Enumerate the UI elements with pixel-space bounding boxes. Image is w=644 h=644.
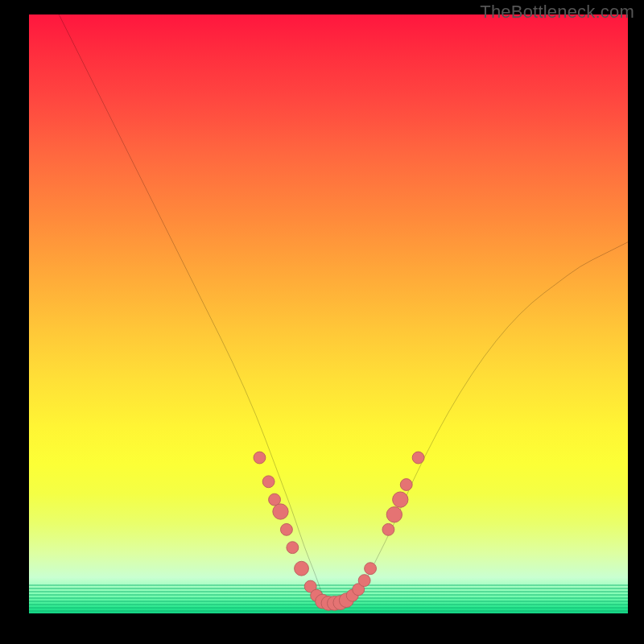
data-marker bbox=[393, 492, 408, 507]
data-marker bbox=[333, 596, 348, 610]
data-marker bbox=[316, 594, 330, 609]
data-marker bbox=[262, 476, 275, 488]
data-marker bbox=[287, 542, 299, 554]
data-marker bbox=[295, 561, 309, 576]
data-marker bbox=[328, 596, 342, 610]
frame: TheBottleneck.com bbox=[0, 0, 644, 644]
data-marker bbox=[353, 584, 365, 596]
data-marker bbox=[365, 563, 377, 575]
v-curve bbox=[59, 14, 628, 601]
data-marker bbox=[304, 580, 316, 592]
watermark: TheBottleneck.com bbox=[480, 2, 634, 23]
chart-svg bbox=[29, 14, 628, 613]
data-marker bbox=[386, 507, 402, 522]
data-marker bbox=[339, 593, 353, 608]
data-marker bbox=[346, 589, 358, 601]
data-marker bbox=[412, 452, 424, 464]
data-marker bbox=[280, 523, 292, 535]
data-marker bbox=[321, 596, 336, 610]
data-marker bbox=[273, 504, 288, 519]
green-stripes bbox=[29, 583, 628, 613]
data-marker bbox=[311, 589, 323, 601]
data-marker bbox=[269, 493, 281, 506]
data-marker bbox=[382, 523, 394, 535]
data-marker bbox=[400, 479, 412, 491]
plot-area bbox=[29, 14, 628, 613]
data-marker bbox=[254, 452, 266, 464]
data-marker bbox=[358, 575, 370, 587]
markers-group bbox=[254, 452, 424, 610]
